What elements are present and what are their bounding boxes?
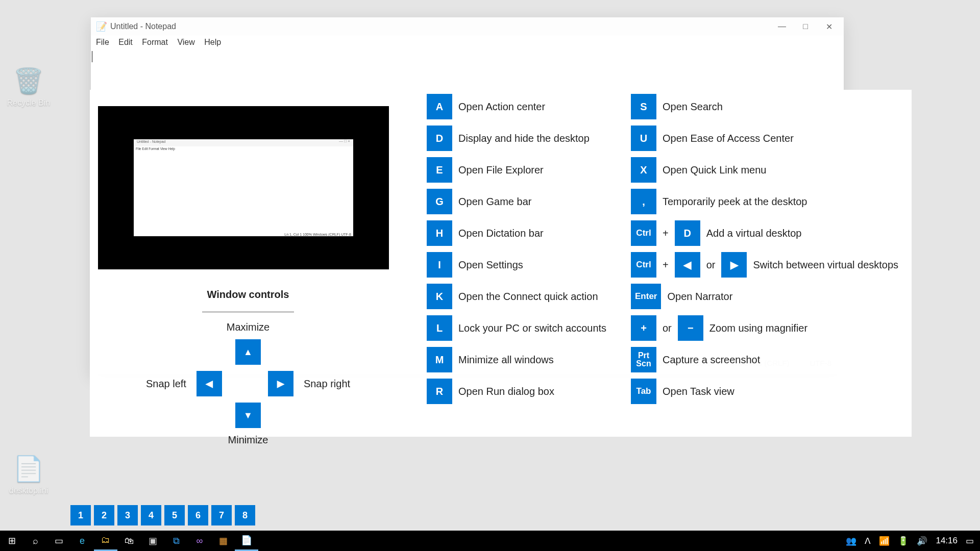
shortcut-desc: Add a virtual desktop xyxy=(706,228,802,239)
key-left: ◀ xyxy=(197,371,222,396)
keycap: M xyxy=(427,347,452,372)
shortcut-desc: Open Search xyxy=(663,101,723,113)
minimize-label: Minimize xyxy=(105,434,391,446)
taskbar-app-store[interactable]: 🛍 xyxy=(117,531,141,551)
maximize-button[interactable]: □ xyxy=(794,22,817,31)
text-caret xyxy=(92,51,92,62)
keycap: L xyxy=(427,315,452,341)
shortcut-row: Ctrl+◀or▶Switch between virtual desktops xyxy=(631,252,906,278)
preview-status: Ln 1, Col 1 100% Windows (CRLF) UTF-8 xyxy=(284,233,351,236)
taskbar-number-hints: 12345678 xyxy=(70,505,255,525)
desktop-icon-label: desktop.ini xyxy=(9,486,48,495)
keycap-left: ◀ xyxy=(675,252,700,278)
action-center-icon[interactable]: ▭ xyxy=(966,536,974,546)
menu-help[interactable]: Help xyxy=(204,38,221,46)
shortcut-desc: Open Quick Link menu xyxy=(663,164,766,176)
taskbar-app-explorer[interactable]: 🗂 xyxy=(94,531,117,551)
shortcut-desc: Open Settings xyxy=(458,259,523,271)
taskbar: ⊞ ⌕ ▭ e 🗂 🛍 ▣ ⧉ ∞ ▦ 📄 👥 ᐱ 📶 🔋 🔊 14:16 ▭ xyxy=(0,531,980,551)
menu-file[interactable]: File xyxy=(96,38,109,46)
shortcut-row: EOpen File Explorer xyxy=(427,157,621,183)
keycap: H xyxy=(427,220,452,246)
people-icon[interactable]: 👥 xyxy=(846,536,856,546)
keycap-plus: + xyxy=(631,315,656,341)
desktop-icon-recycle-bin[interactable]: 🗑️ Recycle Bin xyxy=(3,66,54,108)
desktop-icon-ini[interactable]: 📄 desktop.ini xyxy=(3,454,54,495)
keycap: K xyxy=(427,284,452,309)
shortcut-row: XOpen Quick Link menu xyxy=(631,157,906,183)
taskbar-hint-6: 6 xyxy=(188,505,208,525)
file-icon: 📄 xyxy=(3,454,54,483)
taskbar-app-visualstudio[interactable]: ∞ xyxy=(188,531,211,551)
shortcut-desc: Minimize all windows xyxy=(458,354,554,366)
task-view-button[interactable]: ▭ xyxy=(47,531,70,551)
taskbar-app-powertoys[interactable]: ▦ xyxy=(211,531,235,551)
keycap: U xyxy=(631,126,656,151)
key-right: ▶ xyxy=(268,371,293,396)
desktop-icon-label: Recycle Bin xyxy=(7,98,50,107)
taskbar-app-edge[interactable]: e xyxy=(70,531,94,551)
keycap: I xyxy=(427,252,452,278)
shortcut-desc: Lock your PC or switch accounts xyxy=(458,322,606,334)
menu-format[interactable]: Format xyxy=(142,38,168,46)
shortcut-row: EnterOpen Narrator xyxy=(631,284,906,309)
taskbar-hint-5: 5 xyxy=(164,505,185,525)
shortcut-desc: Open Game bar xyxy=(458,196,531,208)
shortcut-desc: Capture a screenshot xyxy=(663,354,760,366)
taskbar-hint-4: 4 xyxy=(141,505,161,525)
keycap: E xyxy=(427,157,452,183)
preview-notepad-window: File Edit Format View Help Ln 1, Col 1 1… xyxy=(134,139,353,236)
taskbar-app-vscode[interactable]: ⧉ xyxy=(164,531,188,551)
search-button[interactable]: ⌕ xyxy=(23,531,47,551)
shortcut-row: KOpen the Connect quick action xyxy=(427,284,621,309)
shortcut-row: PrtScnCapture a screenshot xyxy=(631,347,906,372)
shortcut-row: MMinimize all windows xyxy=(427,347,621,372)
window-title: Untitled - Notepad xyxy=(110,22,176,31)
notepad-titlebar: 📝 Untitled - Notepad — □ ✕ xyxy=(91,17,844,36)
wifi-icon[interactable]: 📶 xyxy=(879,536,890,546)
shortcut-row: TabOpen Task view xyxy=(631,379,906,404)
shortcut-row: ,Temporarily peek at the desktop xyxy=(631,189,906,214)
menu-view[interactable]: View xyxy=(177,38,194,46)
system-tray[interactable]: 👥 ᐱ 📶 🔋 🔊 14:16 ▭ xyxy=(840,536,980,546)
taskbar-hint-8: 8 xyxy=(235,505,255,525)
shortcut-row: IOpen Settings xyxy=(427,252,621,278)
recycle-bin-icon: 🗑️ xyxy=(3,66,54,95)
plus-label: + xyxy=(663,228,669,239)
keycap: D xyxy=(427,126,452,151)
shortcut-desc: Display and hide the desktop xyxy=(458,133,590,144)
shortcut-desc: Open Task view xyxy=(663,386,734,397)
battery-icon[interactable]: 🔋 xyxy=(898,536,909,546)
shortcut-desc: Open Run dialog box xyxy=(458,386,554,397)
snap-left-label: Snap left xyxy=(146,378,186,390)
notepad-menubar: File Edit Format View Help xyxy=(91,36,844,49)
snap-right-label: Snap right xyxy=(304,378,350,390)
shortcut-row: DDisplay and hide the desktop xyxy=(427,126,621,151)
shortcut-column-1: AOpen Action centerDDisplay and hide the… xyxy=(427,94,621,404)
start-button[interactable]: ⊞ xyxy=(0,531,23,551)
shortcut-desc: Open Narrator xyxy=(667,291,732,303)
taskbar-hint-2: 2 xyxy=(94,505,114,525)
taskbar-app-terminal[interactable]: ▣ xyxy=(141,531,164,551)
shortcut-desc: Open Dictation bar xyxy=(458,228,544,239)
or-label: or xyxy=(706,259,716,271)
tray-chevron-icon[interactable]: ᐱ xyxy=(865,536,871,546)
or-label: or xyxy=(663,322,672,334)
keycap: A xyxy=(427,94,452,119)
close-button[interactable]: ✕ xyxy=(817,22,841,32)
keycap-ctrl: Ctrl xyxy=(631,252,656,278)
shortcut-row: LLock your PC or switch accounts xyxy=(427,315,621,341)
menu-edit[interactable]: Edit xyxy=(118,38,133,46)
shortcut-row: Ctrl+DAdd a virtual desktop xyxy=(631,220,906,246)
volume-icon[interactable]: 🔊 xyxy=(917,536,927,546)
shortcut-row: UOpen Ease of Access Center xyxy=(631,126,906,151)
keycap: , xyxy=(631,189,656,214)
keycap-ctrl: Ctrl xyxy=(631,220,656,246)
clock[interactable]: 14:16 xyxy=(936,536,958,546)
taskbar-app-notepad[interactable]: 📄 xyxy=(235,531,258,551)
shortcut-desc: Temporarily peek at the desktop xyxy=(663,196,807,208)
shortcut-desc: Open Action center xyxy=(458,101,545,113)
preview-menu: File Edit Format View Help xyxy=(134,146,353,151)
minimize-button[interactable]: — xyxy=(770,22,794,31)
window-controls-title: Window controls xyxy=(105,289,391,300)
